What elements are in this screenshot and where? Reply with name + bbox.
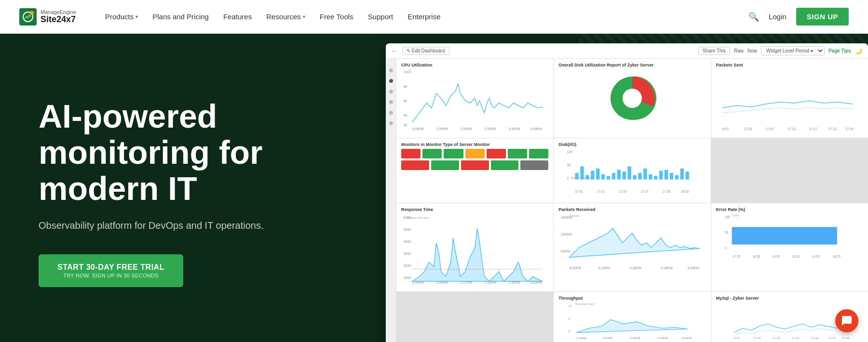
- nav-enterprise[interactable]: Enterprise: [407, 13, 440, 21]
- svg-text:6:57: 6:57: [722, 127, 729, 131]
- svg-text:Response Time (ms): Response Time (ms): [407, 216, 429, 219]
- svg-text:6:57: 6:57: [734, 336, 740, 340]
- svg-marker-63: [412, 228, 542, 281]
- svg-text:3:09PM: 3:09PM: [530, 127, 542, 131]
- response-time-widget: Response Time 6000 5000 4000 3000 2000 1…: [396, 203, 553, 291]
- svg-rect-31: [591, 171, 595, 179]
- svg-text:3:04PM: 3:04PM: [688, 266, 699, 270]
- nav-plans-pricing[interactable]: Plans and Pricing: [152, 13, 209, 21]
- page-tips-label: Page Tips: [828, 48, 851, 53]
- cpu-widget: CPU Utilization 100 80 60 40 20 CPU Util…: [396, 59, 553, 138]
- svg-text:4000: 4000: [404, 240, 411, 243]
- cta-button[interactable]: START 30-DAY FREE TRIAL TRY NOW, SIGN UP…: [39, 254, 183, 287]
- now-label: Now: [747, 48, 757, 53]
- svg-marker-75: [570, 228, 700, 257]
- sidebar-dot: [389, 79, 393, 83]
- svg-rect-32: [596, 169, 599, 180]
- throughput-widget: Throughput 10 5 0 Throughput (rpm) 2:13P…: [554, 292, 710, 342]
- svg-text:11:35: 11:35: [792, 255, 800, 258]
- svg-text:17:02: 17:02: [753, 336, 761, 340]
- cta-main-label: START 30-DAY FREE TRIAL: [57, 263, 164, 272]
- response-time-title: Response Time: [401, 207, 548, 212]
- moon-icon: 🌙: [855, 48, 862, 54]
- packets-recv-chart: 150000 100000 50000 Packets 5:52PM 2:10P…: [558, 214, 705, 272]
- dashboard-topbar: ← ✎ Edit Dashboard Share This Raw Now Wi…: [386, 43, 868, 59]
- sidebar-dot: [389, 111, 393, 115]
- error-rate-chart: 100 50 0 Count 17:25 18:35 10:25 11:35: [716, 214, 863, 262]
- svg-text:3:02PM: 3:02PM: [530, 281, 542, 284]
- svg-text:2:08PM: 2:08PM: [412, 127, 424, 131]
- nav-free-tools[interactable]: Free Tools: [320, 13, 353, 21]
- monitor-cell: [422, 149, 442, 158]
- nav-support[interactable]: Support: [368, 13, 393, 21]
- main-nav: Products ▾ Plans and Pricing Features Re…: [105, 13, 748, 21]
- svg-text:2:46PM: 2:46PM: [661, 266, 673, 270]
- svg-text:100000: 100000: [561, 233, 572, 236]
- svg-text:17:19: 17:19: [619, 190, 627, 193]
- monitor-cell: [491, 160, 519, 170]
- monitor-row-1: [401, 149, 548, 158]
- dashboard-sidebar: [386, 59, 396, 342]
- svg-rect-41: [644, 169, 647, 180]
- chat-button[interactable]: [835, 309, 858, 332]
- header-right: 🔍 Login SIGN UP: [748, 8, 849, 26]
- nav-features[interactable]: Features: [223, 13, 252, 21]
- logo[interactable]: ManageEngine Site24x7: [19, 8, 76, 26]
- disk-io-title: Disk(I/O): [558, 142, 705, 147]
- svg-text:17:12: 17:12: [787, 127, 796, 131]
- svg-text:2:55PM: 2:55PM: [658, 336, 668, 340]
- svg-rect-43: [654, 176, 657, 179]
- dashboard-back-button[interactable]: ←: [392, 48, 397, 54]
- svg-rect-39: [633, 175, 637, 180]
- monitor-cell: [401, 160, 429, 170]
- signup-button[interactable]: SIGN UP: [796, 8, 849, 26]
- monitor-cell: [465, 149, 485, 158]
- svg-rect-42: [649, 174, 652, 180]
- hero-dashboard: ← ✎ Edit Dashboard Share This Raw Now Wi…: [376, 34, 868, 342]
- svg-text:17:25: 17:25: [732, 255, 740, 258]
- svg-text:50000: 50000: [561, 250, 570, 253]
- nav-resources[interactable]: Resources ▾: [266, 13, 305, 21]
- login-button[interactable]: Login: [769, 13, 787, 21]
- svg-text:60: 60: [404, 99, 407, 103]
- monitor-cell: [529, 149, 548, 158]
- svg-text:100: 100: [567, 150, 572, 154]
- header: ManageEngine Site24x7 Products ▾ Plans a…: [0, 0, 868, 34]
- sidebar-dot: [389, 90, 393, 93]
- packets-sent-title: Packets Sent: [716, 63, 863, 67]
- cta-sub-label: TRY NOW, SIGN UP IN 30 SECONDS: [63, 273, 159, 278]
- svg-rect-40: [638, 173, 642, 180]
- search-icon[interactable]: 🔍: [748, 12, 759, 22]
- widget-grid: CPU Utilization 100 80 60 40 20 CPU Util…: [396, 59, 868, 342]
- raw-label: Raw: [734, 48, 744, 53]
- share-button[interactable]: Share This: [698, 47, 730, 55]
- svg-text:17:21: 17:21: [792, 336, 800, 340]
- hero-content: AI-powered monitoring for modern IT Obse…: [0, 34, 376, 342]
- pie-chart-container: [558, 69, 705, 127]
- svg-text:2:24PM: 2:24PM: [461, 127, 472, 131]
- edit-dashboard-button[interactable]: ✎ Edit Dashboard: [402, 47, 449, 55]
- monitor-cell: [487, 149, 506, 158]
- svg-rect-33: [601, 174, 605, 180]
- cpu-widget-title: CPU Utilization: [401, 63, 548, 67]
- svg-text:0: 0: [567, 177, 569, 180]
- svg-text:80: 80: [404, 85, 407, 88]
- nav-products[interactable]: Products ▾: [105, 13, 138, 21]
- monitor-grid: [401, 149, 548, 170]
- monitor-cell: [508, 149, 527, 158]
- dashboard-main: CPU Utilization 100 80 60 40 20 CPU Util…: [396, 59, 868, 342]
- monitor-cell: [401, 149, 420, 158]
- packets-sent-widget: Packets Sent 6:57 17:02 17:07 17:12 17:1…: [711, 59, 868, 138]
- svg-text:2:13PM: 2:13PM: [576, 336, 586, 340]
- svg-text:2:42PM: 2:42PM: [509, 127, 520, 131]
- svg-text:16:25: 16:25: [832, 255, 840, 258]
- svg-text:18:35: 18:35: [752, 255, 760, 258]
- dashboard-controls: Share This Raw Now Widget Level Period ▾…: [698, 46, 862, 55]
- monitor-cell: [431, 160, 459, 170]
- svg-text:1:59PM: 1:59PM: [412, 281, 424, 284]
- period-select[interactable]: Widget Level Period ▾: [761, 46, 825, 55]
- svg-text:17:02: 17:02: [744, 127, 752, 131]
- svg-text:3000: 3000: [404, 252, 411, 255]
- disk-overall-widget: Overall Disk Utilization Report of Zyker…: [554, 59, 710, 138]
- svg-text:2:26PM: 2:26PM: [485, 281, 496, 284]
